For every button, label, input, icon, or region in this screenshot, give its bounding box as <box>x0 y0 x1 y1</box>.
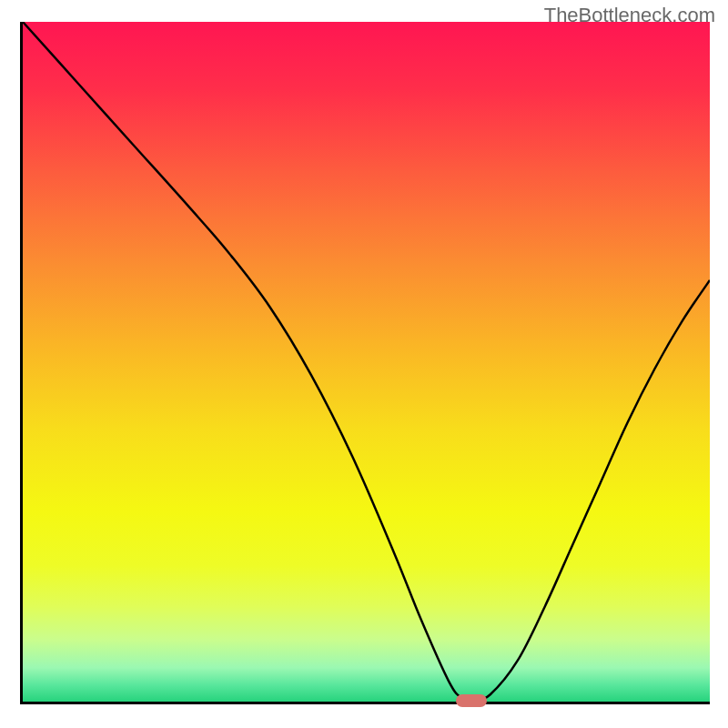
plot-area <box>20 22 710 704</box>
watermark-text: TheBottleneck.com <box>544 4 715 27</box>
bottleneck-chart: TheBottleneck.com <box>0 0 728 728</box>
curve-overlay <box>23 22 710 702</box>
optimal-point-marker <box>456 694 487 707</box>
bottleneck-curve-line <box>23 22 710 700</box>
